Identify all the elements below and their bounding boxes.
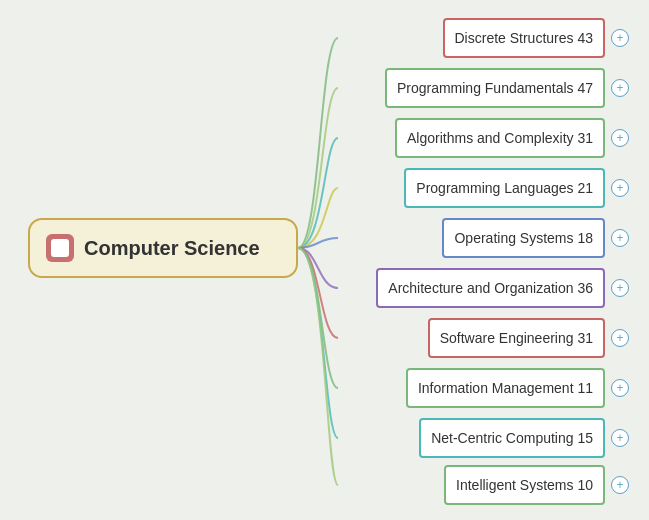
branch-node-net-centric: Net-Centric Computing 15+ [419, 418, 629, 458]
branch-node-info-mgmt: Information Management 11+ [406, 368, 629, 408]
expand-button-net-centric[interactable]: + [611, 429, 629, 447]
branch-node-software-eng: Software Engineering 31+ [428, 318, 629, 358]
branch-box-os: Operating Systems 18 [442, 218, 605, 258]
branch-node-intelligent: Intelligent Systems 10+ [444, 465, 629, 505]
expand-button-discrete[interactable]: + [611, 29, 629, 47]
branch-box-prog-lang: Programming Languages 21 [404, 168, 605, 208]
central-node[interactable]: Computer Science [28, 218, 298, 278]
branch-box-algorithms: Algorithms and Complexity 31 [395, 118, 605, 158]
expand-button-intelligent[interactable]: + [611, 476, 629, 494]
branch-box-info-mgmt: Information Management 11 [406, 368, 605, 408]
expand-button-os[interactable]: + [611, 229, 629, 247]
central-label: Computer Science [84, 237, 260, 260]
branch-node-prog-lang: Programming Languages 21+ [404, 168, 629, 208]
branch-node-arch: Architecture and Organization 36+ [376, 268, 629, 308]
branch-box-software-eng: Software Engineering 31 [428, 318, 605, 358]
expand-button-info-mgmt[interactable]: + [611, 379, 629, 397]
branch-box-net-centric: Net-Centric Computing 15 [419, 418, 605, 458]
expand-button-software-eng[interactable]: + [611, 329, 629, 347]
branch-box-arch: Architecture and Organization 36 [376, 268, 605, 308]
branch-node-discrete: Discrete Structures 43+ [443, 18, 630, 58]
mind-map: Computer Science Discrete Structures 43+… [0, 0, 649, 520]
expand-button-programming-fund[interactable]: + [611, 79, 629, 97]
branch-box-intelligent: Intelligent Systems 10 [444, 465, 605, 505]
expand-button-prog-lang[interactable]: + [611, 179, 629, 197]
branch-node-os: Operating Systems 18+ [442, 218, 629, 258]
branch-node-programming-fund: Programming Fundamentals 47+ [385, 68, 629, 108]
branch-node-algorithms: Algorithms and Complexity 31+ [395, 118, 629, 158]
branch-box-programming-fund: Programming Fundamentals 47 [385, 68, 605, 108]
branch-box-discrete: Discrete Structures 43 [443, 18, 606, 58]
expand-button-arch[interactable]: + [611, 279, 629, 297]
computer-science-icon [46, 234, 74, 262]
expand-button-algorithms[interactable]: + [611, 129, 629, 147]
